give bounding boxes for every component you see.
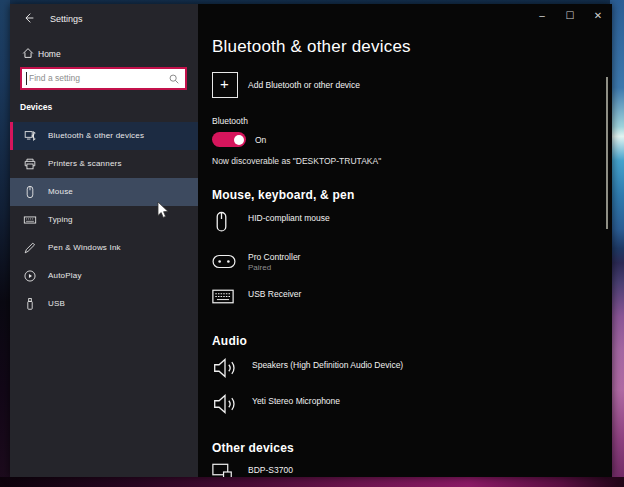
sidebar-item-bluetooth[interactable]: Bluetooth & other devices	[10, 122, 198, 150]
section-title-audio: Audio	[212, 334, 247, 348]
sidebar-item-label: Printers & scanners	[48, 159, 122, 168]
sidebar-item-label: Bluetooth & other devices	[48, 131, 144, 140]
sidebar-item-usb[interactable]: USB	[10, 290, 198, 318]
desktop-wallpaper-bottom	[0, 477, 624, 487]
pen-icon	[23, 241, 37, 255]
speaker-icon	[212, 392, 238, 416]
sidebar-item-label: Pen & Windows Ink	[48, 243, 121, 252]
section-title-mouse-keyboard-pen: Mouse, keyboard, & pen	[212, 188, 354, 202]
page-title: Bluetooth & other devices	[212, 37, 411, 57]
device-row-bdp-s3700[interactable]: BDP-S3700	[212, 463, 592, 477]
sidebar-item-home[interactable]: Home	[10, 42, 198, 66]
device-name: BDP-S3700	[248, 465, 293, 475]
mouse-icon	[212, 211, 231, 233]
mouse-cursor	[157, 201, 170, 220]
close-button[interactable]: ✕	[584, 4, 612, 30]
toggle-knob	[234, 135, 244, 145]
speaker-icon	[212, 356, 238, 380]
titlebar-left: Settings	[10, 4, 198, 36]
sidebar-item-label: USB	[48, 299, 65, 308]
home-icon	[21, 46, 35, 60]
device-name: HID-compliant mouse	[248, 213, 330, 223]
main-content: – ☐ ✕ Bluetooth & other devices + Add Bl…	[198, 4, 612, 477]
sidebar: Settings Home Find a setting Devices	[10, 4, 198, 477]
back-arrow-icon	[22, 11, 36, 25]
selection-accent-bar	[10, 122, 13, 150]
device-row-pro-controller[interactable]: Pro Controller Paired	[212, 250, 592, 276]
sidebar-item-autoplay[interactable]: AutoPlay	[10, 262, 198, 290]
sidebar-item-pen[interactable]: Pen & Windows Ink	[10, 234, 198, 262]
search-icon[interactable]	[168, 73, 180, 85]
sidebar-item-label: AutoPlay	[48, 271, 82, 280]
media-player-icon	[212, 463, 234, 477]
scrollbar[interactable]	[606, 77, 608, 229]
keyboard-icon	[23, 213, 37, 227]
section-title-other-devices: Other devices	[212, 441, 294, 455]
desktop: Settings Home Find a setting Devices	[0, 0, 624, 487]
back-button[interactable]	[22, 11, 40, 29]
bluetooth-toggle[interactable]	[212, 132, 246, 147]
maximize-button[interactable]: ☐	[556, 4, 584, 30]
device-name: Pro Controller	[248, 252, 300, 262]
bluetooth-devices-icon	[23, 129, 37, 143]
usb-icon	[23, 297, 37, 311]
device-row-usb-receiver[interactable]: USB Receiver	[212, 287, 592, 311]
sidebar-item-label: Mouse	[48, 187, 73, 196]
sidebar-item-printers[interactable]: Printers & scanners	[10, 150, 198, 178]
search-placeholder: Find a setting	[29, 73, 80, 83]
discoverable-text: Now discoverable as "DESKTOP-TRUTAKA"	[212, 156, 381, 166]
sidebar-nav: Bluetooth & other devices Printers & sca…	[10, 122, 198, 318]
window-controls: – ☐ ✕	[528, 4, 612, 30]
device-row-yeti-microphone[interactable]: Yeti Stereo Microphone	[212, 392, 592, 418]
window-title: Settings	[50, 14, 83, 24]
device-name: Speakers (High Definition Audio Device)	[252, 360, 403, 370]
toggle-state-label: On	[255, 135, 266, 145]
add-device-label: Add Bluetooth or other device	[248, 80, 360, 90]
search-input[interactable]: Find a setting	[20, 67, 187, 90]
device-row-speakers[interactable]: Speakers (High Definition Audio Device)	[212, 356, 592, 382]
add-device-button[interactable]: + Add Bluetooth or other device	[212, 72, 532, 99]
device-name: USB Receiver	[248, 289, 301, 299]
sidebar-item-label: Typing	[48, 215, 73, 224]
settings-window: Settings Home Find a setting Devices	[10, 4, 612, 477]
text-caret	[26, 72, 27, 85]
printer-icon	[23, 157, 37, 171]
device-row-hid-mouse[interactable]: HID-compliant mouse	[212, 211, 592, 235]
autoplay-icon	[23, 269, 37, 283]
bluetooth-label: Bluetooth	[212, 116, 248, 126]
gamepad-icon	[212, 253, 236, 270]
device-name: Yeti Stereo Microphone	[252, 396, 340, 406]
plus-icon: +	[212, 72, 238, 98]
sidebar-section-label: Devices	[20, 102, 52, 112]
keyboard-icon	[212, 289, 234, 304]
mouse-icon	[23, 185, 37, 199]
device-status: Paired	[248, 263, 271, 272]
minimize-button[interactable]: –	[528, 4, 556, 30]
desktop-wallpaper-right	[610, 0, 624, 487]
desktop-wallpaper-left	[0, 0, 10, 487]
sidebar-home-label: Home	[38, 49, 61, 59]
